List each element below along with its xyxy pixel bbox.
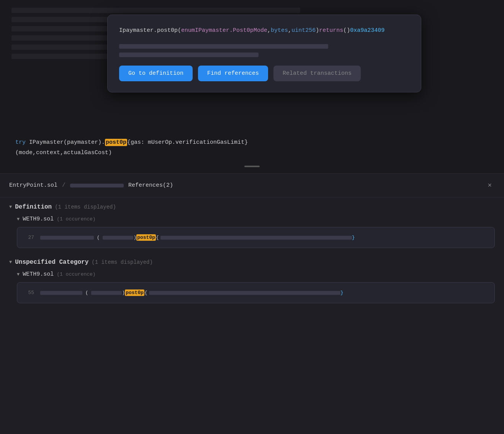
try-fn-highlight: post0p [105,139,127,146]
tooltip-comma1: , [267,27,271,34]
code-result-unspecified: 55 ( ) post0p { } [17,282,495,303]
code-ph-bracket-27 [103,236,133,240]
code-ph-bracket-55 [91,291,122,295]
try-line: try IPaymaster(paymaster).post0p{gas: mU… [15,137,489,148]
code-close-bracket-27: ) [133,235,136,240]
line-number-27: 27 [25,235,34,240]
try-line2: (mode,context,actualGasCost) [15,148,489,158]
chevron-unspecified-icon: ▼ [9,260,12,265]
code-ph-before-bracket-27 [40,236,94,240]
line-number-55: 55 [25,290,34,296]
category-unspecified-header[interactable]: ▼ Unspecified Category (1 items displaye… [9,259,495,266]
code-close-bracket-55: ) [122,290,125,296]
file-unspecified-count: (1 occurence) [57,271,95,277]
tooltip-returns: returns [319,27,343,34]
panel-header: EntryPoint.sol / References(2) × [0,174,504,197]
try-code-area: try IPaymaster(paymaster).post0p{gas: mU… [0,130,504,165]
tooltip-paren-close: ) [316,27,319,34]
file-definition-name: WETH9.sol [23,216,54,222]
tooltip-ph-line-1 [119,44,328,49]
tooltip-param1: enumIPaymaster.Post0pMode [181,27,267,34]
tooltip-param3: uint256 [291,27,316,34]
code-brace-close-27: } [352,235,355,240]
tooltip-hash: 0xa9a23409 [350,27,385,34]
file-definition-count: (1 occurence) [57,216,95,222]
code-brace-55: { [144,290,147,296]
file-unspecified-name: WETH9.sol [23,271,54,278]
code-ph-after-55 [149,291,340,295]
try-code2: {gas: mUserOp.verificationGasLimit} [127,139,248,146]
panel-content: ▼ Definition (1 items displayed) ▼ WETH9… [0,197,504,320]
file-unspecified-header[interactable]: ▼ WETH9.sol (1 occurence) [17,271,495,278]
file-definition-header[interactable]: ▼ WETH9.sol (1 occurence) [17,216,495,222]
panel-breadcrumb-placeholder [70,184,124,187]
references-panel: EntryPoint.sol / References(2) × ▼ Defin… [0,173,504,434]
panel-title-file: EntryPoint.sol [9,182,57,189]
category-unspecified-name: Unspecified Category [15,259,88,266]
category-definition: ▼ Definition (1 items displayed) ▼ WETH9… [9,204,495,248]
category-definition-name: Definition [15,204,52,210]
try-code3: (mode,context,actualGasCost) [15,150,112,156]
tooltip-ph-line-2 [119,53,259,57]
bg-line [11,8,300,13]
tooltip-buttons: Go to definition Find references Related… [119,66,409,81]
tooltip-placeholders [119,44,409,57]
code-bracket-55: ( [82,290,91,296]
code-ph-after-27 [160,236,352,240]
category-unspecified-count: (1 items displayed) [92,259,153,265]
try-keyword: try [15,139,26,146]
try-code1: IPaymaster(paymaster). [26,139,105,146]
code-ph-before-bracket-55 [40,291,82,295]
category-definition-header[interactable]: ▼ Definition (1 items displayed) [9,204,495,210]
tooltip-comma2: , [288,27,291,34]
panel-title-refs: References(2) [128,182,173,189]
find-references-button[interactable]: Find references [198,66,268,81]
go-to-definition-button[interactable]: Go to definition [119,66,193,81]
panel-divider[interactable] [244,166,260,167]
tooltip-param2: bytes [271,27,288,34]
category-unspecified: ▼ Unspecified Category (1 items displaye… [9,259,495,303]
tooltip-popup: Ipaymaster.post0p(enumIPaymaster.Post0pM… [107,15,421,92]
code-result-definition: 27 ( ) post0p { } [17,227,495,248]
chevron-file-definition-icon: ▼ [17,217,20,222]
code-brace-close-55: } [340,290,344,296]
fn-highlight-27: post0p [136,234,156,241]
related-transactions-button[interactable]: Related transactions [273,66,361,81]
category-definition-count: (1 items displayed) [55,204,116,210]
chevron-definition-icon: ▼ [9,204,12,210]
panel-close-button[interactable]: × [484,180,495,191]
tooltip-code: Ipaymaster.post0p(enumIPaymaster.Post0pM… [119,26,409,36]
code-bracket-27: ( [94,235,103,240]
tooltip-prefix: Ipaymaster.post0p( [119,27,181,34]
panel-title-separator: / [62,182,65,189]
code-brace-27: { [156,235,159,240]
chevron-file-unspecified-icon: ▼ [17,272,20,277]
code-line-27-content: ( ) post0p { } [40,234,487,241]
tooltip-returns-parens: () [343,27,350,34]
fn-highlight-55: post0p [125,289,144,296]
code-line-55-content: ( ) post0p { } [40,289,487,296]
